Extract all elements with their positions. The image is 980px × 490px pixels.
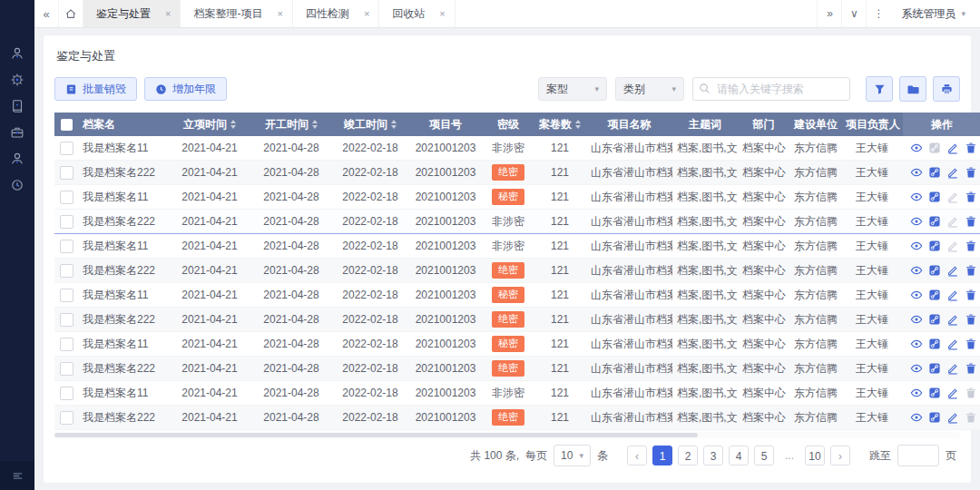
- table-row[interactable]: 我是档案名2222021-04-212021-04-282022-02-1820…: [54, 210, 980, 234]
- delete-icon[interactable]: [965, 313, 977, 326]
- per-page-select[interactable]: 10 ▾: [554, 445, 591, 466]
- page-button-1[interactable]: 1: [652, 446, 672, 466]
- page-button-3[interactable]: 3: [703, 446, 723, 466]
- sort-icon[interactable]: [575, 120, 581, 129]
- tab-2[interactable]: 四性检测×: [293, 0, 379, 27]
- category-select[interactable]: 类别 ▾: [615, 77, 684, 101]
- sidebar-item-history[interactable]: [0, 172, 34, 198]
- view-icon[interactable]: [910, 313, 923, 326]
- sidebar-item-settings[interactable]: [0, 66, 34, 93]
- next-page-button[interactable]: ›: [830, 446, 850, 466]
- delete-icon[interactable]: [965, 289, 977, 301]
- sidebar-item-users[interactable]: [0, 145, 34, 172]
- table-row[interactable]: 我是档案名112021-04-212021-04-282022-02-18202…: [54, 283, 980, 308]
- jump-page-input[interactable]: [897, 445, 939, 466]
- batch-destroy-button[interactable]: 批量销毁: [54, 77, 137, 101]
- select-all-checkbox[interactable]: [61, 119, 73, 131]
- table-row[interactable]: 我是档案名112021-04-212021-04-282022-02-18202…: [54, 234, 980, 259]
- chevron-down-icon[interactable]: ∨: [841, 0, 866, 27]
- link-icon[interactable]: [928, 338, 941, 350]
- page-button-4[interactable]: 4: [729, 446, 749, 466]
- link-icon[interactable]: [928, 313, 941, 326]
- sidebar-item-projects[interactable]: [0, 119, 34, 145]
- row-checkbox[interactable]: [60, 191, 74, 204]
- page-button-2[interactable]: 2: [678, 446, 698, 466]
- edit-icon[interactable]: [946, 411, 959, 424]
- scrollbar-thumb[interactable]: [54, 433, 698, 437]
- expand-tabs-icon[interactable]: »: [817, 0, 841, 27]
- delete-icon[interactable]: [965, 142, 977, 154]
- delete-icon[interactable]: [965, 362, 977, 375]
- page-button-10[interactable]: 10: [805, 446, 825, 466]
- row-checkbox[interactable]: [60, 313, 74, 327]
- table-row[interactable]: 我是档案名112021-04-212021-04-282022-02-18202…: [54, 136, 980, 161]
- view-icon[interactable]: [910, 215, 923, 228]
- row-checkbox[interactable]: [60, 411, 74, 425]
- delete-icon[interactable]: [965, 166, 977, 179]
- link-icon[interactable]: [928, 289, 941, 301]
- table-row[interactable]: 我是档案名2222021-04-212021-04-282022-02-1820…: [54, 406, 980, 430]
- table-row[interactable]: 我是档案名112021-04-212021-04-282022-02-18202…: [54, 185, 980, 210]
- row-checkbox[interactable]: [60, 215, 74, 229]
- case-type-select[interactable]: 案型 ▾: [538, 77, 607, 101]
- table-row[interactable]: 我是档案名2222021-04-212021-04-282022-02-1820…: [54, 259, 980, 283]
- print-button[interactable]: [933, 76, 960, 102]
- page-button-5[interactable]: 5: [754, 446, 774, 466]
- link-icon[interactable]: [928, 191, 941, 203]
- tab-1[interactable]: 档案整理-项目×: [181, 0, 292, 27]
- home-icon[interactable]: [59, 0, 83, 27]
- table-row[interactable]: 我是档案名2222021-04-212021-04-282022-02-1820…: [54, 308, 980, 332]
- edit-icon[interactable]: [946, 166, 959, 179]
- sidebar-item-library[interactable]: [0, 93, 34, 119]
- delete-icon[interactable]: [965, 264, 977, 277]
- delete-icon[interactable]: [965, 338, 977, 350]
- close-icon[interactable]: ×: [165, 8, 171, 19]
- edit-icon[interactable]: [946, 387, 959, 399]
- user-menu[interactable]: 系统管理员 ▾: [890, 6, 980, 22]
- link-icon[interactable]: [928, 240, 941, 252]
- view-icon[interactable]: [910, 142, 923, 154]
- edit-icon[interactable]: [946, 289, 959, 301]
- row-checkbox[interactable]: [60, 142, 74, 155]
- row-checkbox[interactable]: [60, 362, 74, 376]
- close-icon[interactable]: ×: [364, 8, 369, 19]
- close-icon[interactable]: ×: [439, 8, 445, 19]
- sort-icon[interactable]: [312, 120, 318, 129]
- delete-icon[interactable]: [965, 215, 977, 228]
- view-icon[interactable]: [910, 191, 923, 203]
- row-checkbox[interactable]: [60, 264, 74, 278]
- row-checkbox[interactable]: [60, 387, 74, 400]
- filter-button[interactable]: [866, 76, 893, 102]
- table-row[interactable]: 我是档案名2222021-04-212021-04-282022-02-1820…: [54, 161, 980, 185]
- table-row[interactable]: 我是档案名112021-04-212021-04-282022-02-18202…: [54, 381, 980, 406]
- prev-page-button[interactable]: ‹: [627, 446, 647, 466]
- collapse-menu-icon[interactable]: «: [34, 0, 59, 27]
- export-button[interactable]: [899, 76, 926, 102]
- close-icon[interactable]: ×: [277, 8, 282, 19]
- edit-icon[interactable]: [946, 142, 959, 154]
- sidebar-collapse-button[interactable]: [0, 461, 34, 490]
- delete-icon[interactable]: [965, 240, 977, 252]
- add-years-button[interactable]: 增加年限: [144, 77, 227, 101]
- link-icon[interactable]: [928, 264, 941, 277]
- row-checkbox[interactable]: [60, 289, 74, 302]
- link-icon[interactable]: [928, 166, 941, 179]
- tab-3[interactable]: 回收站×: [379, 0, 455, 27]
- link-icon[interactable]: [928, 215, 941, 228]
- tab-0[interactable]: 鉴定与处置×: [83, 0, 181, 27]
- edit-icon[interactable]: [946, 338, 959, 350]
- row-checkbox[interactable]: [60, 338, 74, 351]
- sort-icon[interactable]: [391, 120, 397, 129]
- edit-icon[interactable]: [946, 264, 959, 277]
- view-icon[interactable]: [910, 387, 923, 399]
- table-row[interactable]: 我是档案名112021-04-212021-04-282022-02-18202…: [54, 332, 980, 357]
- row-checkbox[interactable]: [60, 240, 74, 253]
- view-icon[interactable]: [910, 338, 923, 350]
- view-icon[interactable]: [910, 289, 923, 301]
- row-checkbox[interactable]: [60, 166, 74, 180]
- sidebar-item-archives[interactable]: [0, 40, 34, 66]
- view-icon[interactable]: [910, 264, 923, 277]
- edit-icon[interactable]: [946, 362, 959, 375]
- sort-icon[interactable]: [230, 120, 236, 129]
- delete-icon[interactable]: [965, 191, 977, 203]
